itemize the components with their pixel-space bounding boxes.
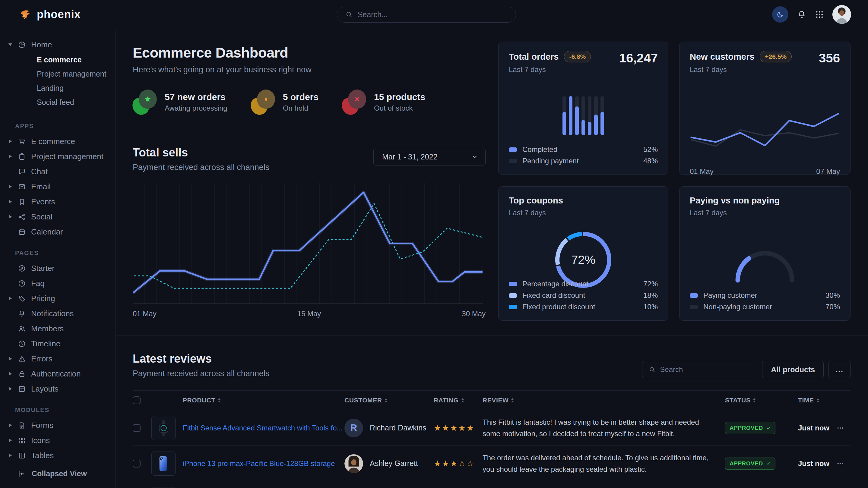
collapsed-view-toggle[interactable]: Collapsed View	[0, 459, 115, 488]
sidebar-item-home[interactable]: Home	[0, 37, 115, 52]
review-time: Just now	[798, 424, 837, 432]
product-thumbnail[interactable]	[151, 416, 176, 440]
chevron-down-icon	[471, 154, 478, 160]
sidebar-item-label: E commerce	[31, 137, 75, 146]
tag-icon	[18, 294, 26, 303]
page-title: Ecommerce Dashboard	[133, 44, 486, 61]
sidebar-item-label: Icons	[31, 436, 50, 445]
clipboard-icon	[18, 153, 26, 161]
lock-icon	[18, 370, 26, 378]
product-link[interactable]: iPhone 13 pro max-Pacific Blue-128GB sto…	[183, 459, 335, 468]
trend-badge: +26.5%	[760, 51, 792, 62]
sidebar-item-faq[interactable]: Faq	[0, 276, 115, 291]
sidebar-item-e-commerce[interactable]: E commerce	[0, 134, 115, 149]
check-icon	[766, 461, 771, 466]
customer-avatar[interactable]: R	[344, 419, 363, 437]
product-thumbnail[interactable]	[151, 452, 176, 476]
sidebar-item-calendar[interactable]: Calendar	[0, 224, 115, 239]
sidebar-item-chat[interactable]: Chat	[0, 164, 115, 179]
sort-icon	[753, 398, 756, 403]
bell-icon	[18, 310, 26, 318]
date-range-select[interactable]: Mar 1 - 31, 2022	[373, 148, 486, 165]
user-avatar[interactable]	[832, 5, 851, 24]
sidebar-item-label: Tables	[31, 451, 54, 459]
sidebar-item-label: Pricing	[31, 294, 55, 303]
sidebar-item-label: Starter	[31, 264, 55, 273]
column-header-customer[interactable]: CUSTOMER	[344, 397, 434, 404]
theme-toggle-button[interactable]	[772, 6, 788, 23]
layout-icon	[18, 385, 26, 393]
status-badge: APPROVED	[725, 458, 775, 469]
sidebar-item-layouts[interactable]: Layouts	[0, 381, 115, 396]
sidebar-item-email[interactable]: Email	[0, 179, 115, 194]
row-checkbox[interactable]	[133, 460, 141, 467]
legend-swatch	[509, 305, 517, 309]
row-more-button[interactable]: •••	[837, 461, 850, 466]
sidebar-item-members[interactable]: Members	[0, 321, 115, 336]
caret-right-icon	[9, 155, 12, 158]
row-checkbox[interactable]	[133, 424, 141, 432]
caret-right-icon	[9, 454, 12, 457]
sidebar-item-icons[interactable]: Icons	[0, 433, 115, 448]
sidebar-item-timeline[interactable]: Timeline	[0, 336, 115, 351]
more-options-button[interactable]: ...	[829, 361, 850, 378]
sidebar-subitem-social-feed[interactable]: Social feed	[0, 95, 115, 109]
legend-item: Completed52%	[509, 144, 658, 155]
sidebar-item-label: Timeline	[31, 339, 60, 349]
bar-fill	[600, 112, 604, 135]
sidebar-item-project-management[interactable]: Project management	[0, 149, 115, 164]
sidebar-item-notifications[interactable]: Notifications	[0, 306, 115, 321]
file-text-icon	[18, 421, 26, 429]
column-header-rating[interactable]: RATING	[434, 397, 483, 404]
row-more-button[interactable]: •••	[837, 425, 850, 430]
legend-item: Fixed product discount10%	[509, 301, 658, 313]
review-text: This Fitbit is fantastic! I was trying t…	[483, 417, 725, 439]
legend-swatch	[690, 293, 698, 298]
product-link[interactable]: Fitbit Sense Advanced Smartwatch with To…	[183, 424, 343, 432]
stat-value: 57 new orders	[165, 92, 227, 102]
navbar-search[interactable]	[337, 7, 516, 23]
sidebar-item-authentication[interactable]: Authentication	[0, 366, 115, 381]
stat-on-hold: 5 ordersOn hold	[251, 90, 318, 115]
stat-out-of-stock: 15 productsOut of stock	[342, 90, 425, 115]
sidebar-item-pricing[interactable]: Pricing	[0, 291, 115, 306]
sidebar-subitem-landing[interactable]: Landing	[0, 81, 115, 95]
sidebar-section-label: PAGES	[0, 239, 115, 261]
star-icon	[144, 95, 152, 103]
column-header-status[interactable]: STATUS	[725, 397, 798, 404]
reviews-search-input[interactable]	[660, 365, 753, 374]
caret-right-icon	[9, 423, 12, 427]
card-period: Last 7 days	[690, 208, 840, 217]
page-subtitle: Here's what's going on at your business …	[133, 65, 486, 74]
column-label: PRODUCT	[183, 397, 215, 404]
sidebar-item-events[interactable]: Events	[0, 194, 115, 209]
sidebar-item-tables[interactable]: Tables	[0, 448, 115, 459]
select-all-checkbox[interactable]	[133, 396, 141, 404]
search-input[interactable]	[358, 10, 508, 19]
legend-item: Fixed card discount18%	[509, 290, 658, 301]
logo[interactable]: phoenix	[19, 8, 81, 21]
sidebar-item-errors[interactable]: Errors	[0, 351, 115, 366]
card-period: Last 7 days	[509, 208, 658, 217]
sidebar-subitem-e-commerce[interactable]: E commerce	[0, 53, 115, 67]
customer-avatar[interactable]	[344, 454, 363, 473]
all-products-button[interactable]: All products	[762, 361, 824, 378]
column-header-review[interactable]: REVIEW	[483, 397, 725, 404]
sidebar-item-forms[interactable]: Forms	[0, 418, 115, 433]
sidebar-item-starter[interactable]: Starter	[0, 261, 115, 276]
notifications-button[interactable]	[797, 10, 806, 19]
sidebar-item-social[interactable]: Social	[0, 209, 115, 224]
question-circle-icon	[18, 280, 26, 288]
x-tick: 01 May	[690, 167, 714, 176]
rating-stars: ★★★★★	[434, 423, 475, 432]
sidebar-subitem-project-management[interactable]: Project management	[0, 67, 115, 81]
apps-menu-button[interactable]	[815, 10, 824, 19]
stat-label: Awating processing	[165, 104, 227, 112]
reviews-search[interactable]	[642, 361, 757, 378]
column-header-time[interactable]: TIME	[798, 397, 837, 404]
bar-fill	[575, 106, 579, 135]
column-header-product[interactable]: PRODUCT	[151, 397, 344, 404]
cart-icon	[18, 137, 26, 145]
sort-icon	[384, 398, 388, 403]
column-label: RATING	[434, 397, 459, 404]
